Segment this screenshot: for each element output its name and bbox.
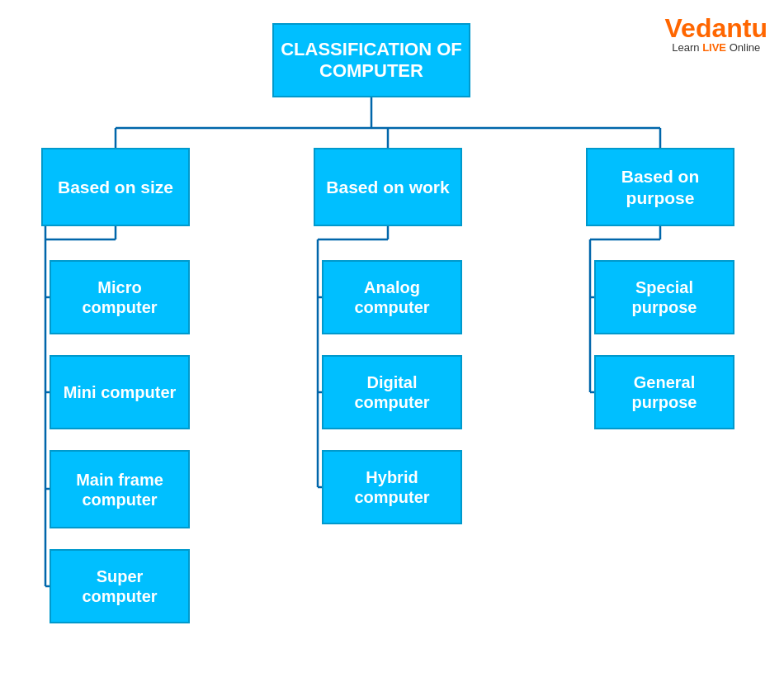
category-work-box: Based on work — [314, 148, 462, 226]
category-size-label: Based on size — [58, 177, 173, 197]
mainframe-computer-label: Main frame computer — [58, 470, 182, 509]
vedantu-tagline: Learn LIVE Online — [672, 41, 760, 54]
general-purpose-box: General purpose — [594, 355, 734, 429]
vedantu-live: LIVE — [702, 41, 726, 54]
micro-computer-label: Micro computer — [58, 277, 182, 317]
title-box: CLASSIFICATION OF COMPUTER — [272, 23, 470, 97]
micro-computer-box: Micro computer — [50, 260, 190, 334]
vedantu-brand-name: Vedantu — [665, 15, 767, 41]
vedantu-edantu: edantu — [681, 13, 767, 43]
main-container: Vedantu Learn LIVE Online — [0, 0, 784, 687]
special-purpose-label: Special purpose — [602, 277, 726, 317]
super-computer-box: Super computer — [50, 549, 190, 623]
hybrid-computer-box: Hybrid computer — [322, 450, 462, 524]
title-text: CLASSIFICATION OF COMPUTER — [281, 39, 462, 83]
digital-computer-label: Digital computer — [330, 372, 454, 412]
mini-computer-label: Mini computer — [64, 382, 177, 402]
digital-computer-box: Digital computer — [322, 355, 462, 429]
vedantu-logo: Vedantu Learn LIVE Online — [665, 15, 767, 54]
category-purpose-box: Based on purpose — [586, 148, 734, 226]
category-work-label: Based on work — [326, 177, 449, 197]
analog-computer-label: Analog computer — [330, 277, 454, 317]
super-computer-label: Super computer — [58, 566, 182, 606]
analog-computer-box: Analog computer — [322, 260, 462, 334]
mainframe-computer-box: Main frame computer — [50, 450, 190, 528]
general-purpose-label: General purpose — [602, 372, 726, 412]
vedantu-v-icon: V — [665, 13, 682, 43]
category-purpose-label: Based on purpose — [594, 166, 726, 207]
category-size-box: Based on size — [41, 148, 190, 226]
hybrid-computer-label: Hybrid computer — [330, 467, 454, 507]
special-purpose-box: Special purpose — [594, 260, 734, 334]
mini-computer-box: Mini computer — [50, 355, 190, 429]
